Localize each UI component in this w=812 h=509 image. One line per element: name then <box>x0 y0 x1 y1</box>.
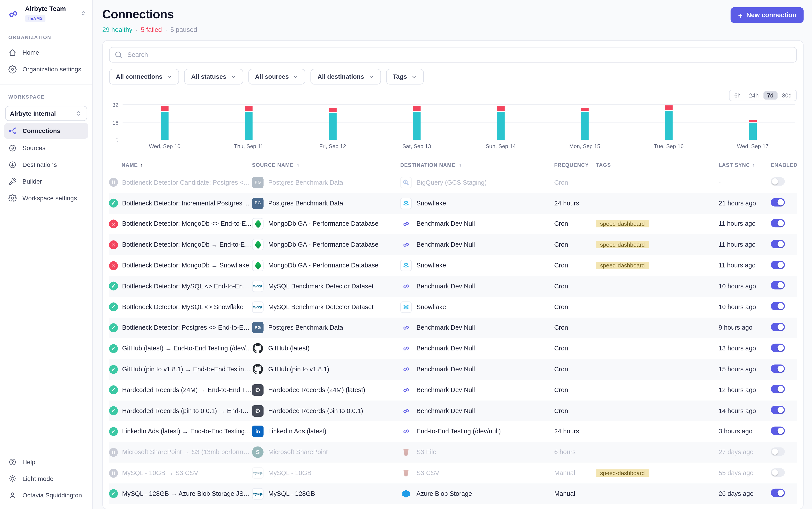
status-success-icon: ✓ <box>109 199 118 208</box>
connection-row[interactable]: MySQL - 10GB → S3 CSVMySQLMySQL - 10GBS3… <box>109 463 797 483</box>
filter-all-statuses[interactable]: All statuses <box>184 69 243 84</box>
connection-row[interactable]: Bottleneck Detector Candidate: Postgres … <box>109 172 797 193</box>
filter-all-connections[interactable]: All connections <box>109 69 179 84</box>
range-24h[interactable]: 24h <box>746 91 762 100</box>
destination-name: Benchmark Dev Null <box>417 366 475 373</box>
enabled-toggle[interactable] <box>771 281 785 290</box>
enabled-toggle[interactable] <box>771 406 785 414</box>
workspace-nav: Connections Sources Destinations Builder… <box>0 122 92 207</box>
app: ∞ Airbyte Team TEAMS ORGANIZATION Home O… <box>0 0 812 509</box>
enabled-toggle[interactable] <box>771 489 785 497</box>
airbyte-destination-icon: ∞ <box>400 239 413 250</box>
destination-cell: ❄Snowflake <box>400 301 554 313</box>
filter-all-sources[interactable]: All sources <box>248 69 305 84</box>
source-cell: MySQLMySQL Benchmark Detector Dataset <box>252 281 400 292</box>
connection-row[interactable]: ×Bottleneck Detector: MongoDb → Snowflak… <box>109 255 797 276</box>
organization-nav: Home Organization settings <box>0 44 92 78</box>
chart-bar[interactable] <box>329 108 336 140</box>
connection-row[interactable]: ×Bottleneck Detector: MongoDb <> End-to-… <box>109 214 797 234</box>
connection-row[interactable]: ✓Hardcoded Records (24M) → End-to-End Te… <box>109 380 797 400</box>
enabled-toggle[interactable] <box>771 302 785 310</box>
status-success-icon: ✓ <box>109 365 118 374</box>
sidebar-item-light-mode[interactable]: Light mode <box>0 470 92 487</box>
chart-bar[interactable] <box>413 107 421 140</box>
filter-tags[interactable]: Tags <box>386 69 424 84</box>
connection-name: Bottleneck Detector: MongoDb → Snowflake <box>122 262 252 269</box>
org-switcher[interactable]: ∞ Airbyte Team TEAMS <box>0 0 92 25</box>
destination-name: S3 CSV <box>417 469 439 477</box>
tags-cell: speed-dashboard <box>596 241 718 248</box>
last-sync-cell: 11 hours ago <box>718 262 771 269</box>
destination-cell: ∞Benchmark Dev Null <box>400 218 554 230</box>
chart-bar[interactable] <box>161 107 168 140</box>
sidebar-item-workspace-settings[interactable]: Workspace settings <box>0 190 92 207</box>
enabled-toggle[interactable] <box>771 323 785 331</box>
connection-row[interactable]: ×Bottleneck Detector: MongoDb → End-to-E… <box>109 234 797 255</box>
postgres-icon: PG <box>252 322 263 334</box>
source-name: MongoDb GA - Performance Database <box>268 241 379 248</box>
filter-all-destinations[interactable]: All destinations <box>311 69 381 84</box>
enabled-toggle[interactable] <box>771 364 785 373</box>
enabled-toggle[interactable] <box>771 219 785 227</box>
chart-bar[interactable] <box>749 120 757 140</box>
column-name[interactable]: NAME↑ <box>122 162 252 168</box>
sidebar-item-home[interactable]: Home <box>0 44 92 61</box>
frequency-cell: 6 hours <box>554 448 596 456</box>
destination-name: BigQuery (GCS Staging) <box>417 179 487 186</box>
chart-bar[interactable] <box>581 108 589 140</box>
airbyte-destination-icon: ∞ <box>400 405 413 416</box>
enabled-toggle[interactable] <box>771 427 785 435</box>
tag-badge[interactable]: speed-dashboard <box>596 241 649 248</box>
connection-row[interactable]: ✓Bottleneck Detector: MySQL <> End-to-En… <box>109 276 797 297</box>
column-source-name[interactable]: SOURCE NAME↑↓ <box>252 162 400 168</box>
column-destination-name[interactable]: DESTINATION NAME↑↓ <box>400 162 554 168</box>
sidebar-item-help[interactable]: Help <box>0 454 92 470</box>
chart-x-label: Sun, Sep 14 <box>486 143 516 149</box>
enabled-toggle[interactable] <box>771 468 785 476</box>
search-input[interactable] <box>109 47 797 63</box>
enabled-toggle[interactable] <box>771 447 785 455</box>
range-30d[interactable]: 30d <box>778 91 795 100</box>
enabled-toggle[interactable] <box>771 261 785 269</box>
connection-row[interactable]: ✓GitHub (pin to v1.8.1) → End-to-End Tes… <box>109 359 797 380</box>
chart-bar[interactable] <box>245 107 253 140</box>
enabled-cell <box>771 364 797 374</box>
range-6h[interactable]: 6h <box>731 91 744 100</box>
chart-bar[interactable] <box>665 105 673 140</box>
enabled-toggle[interactable] <box>771 343 785 352</box>
sidebar-item-destinations[interactable]: Destinations <box>0 156 92 173</box>
connection-row[interactable]: ✓Hardcoded Records (pin to 0.0.1) → End-… <box>109 400 797 421</box>
tag-badge[interactable]: speed-dashboard <box>596 262 649 269</box>
new-connection-button[interactable]: + New connection <box>731 7 804 23</box>
sidebar-item-sources[interactable]: Sources <box>0 140 92 157</box>
connection-name: Bottleneck Detector: Postgres <> End-to-… <box>122 324 252 332</box>
connection-row[interactable]: ✓Bottleneck Detector: MySQL <> Snowflake… <box>109 297 797 317</box>
column-last-sync[interactable]: LAST SYNC↑↓ <box>718 162 771 168</box>
connection-row[interactable]: ✓Bottleneck Detector: Incremental Postgr… <box>109 193 797 214</box>
connection-row[interactable]: ✓MySQL - 128GB → Azure Blob Storage JSOn… <box>109 483 797 504</box>
enabled-toggle[interactable] <box>771 177 785 186</box>
enabled-toggle[interactable] <box>771 198 785 207</box>
tag-badge[interactable]: speed-dashboard <box>596 469 649 477</box>
connection-row[interactable]: ✓GitHub (latest) → End-to-End Testing (/… <box>109 338 797 359</box>
sidebar-item-builder[interactable]: Builder <box>0 173 92 190</box>
enabled-cell <box>771 343 797 353</box>
chart-bar[interactable] <box>497 107 505 140</box>
frequency-cell: Cron <box>554 262 596 269</box>
range-7d[interactable]: 7d <box>764 91 777 100</box>
search-icon <box>114 50 123 59</box>
workspace-selector[interactable]: Airbyte Internal <box>5 106 87 121</box>
last-sync-cell: 21 hours ago <box>718 200 771 207</box>
sidebar-item-label: Builder <box>23 178 42 185</box>
enabled-toggle[interactable] <box>771 385 785 393</box>
tag-badge[interactable]: speed-dashboard <box>596 220 649 228</box>
sidebar-item-organization-settings[interactable]: Organization settings <box>0 61 92 78</box>
last-sync-cell: 3 hours ago <box>718 428 771 435</box>
connection-row[interactable]: ✓LinkedIn Ads (latest) → End-to-End Test… <box>109 421 797 442</box>
enabled-toggle[interactable] <box>771 240 785 248</box>
sidebar-item-connections[interactable]: Connections <box>4 123 88 139</box>
connection-row[interactable]: ✓Bottleneck Detector: Postgres <> End-to… <box>109 317 797 338</box>
chart-x-label: Thu, Sep 11 <box>234 143 263 149</box>
connection-row[interactable]: Microsoft SharePoint → S3 (13mb performa… <box>109 442 797 463</box>
sidebar-item-user-account[interactable]: Octavia Squiddington <box>0 487 92 504</box>
